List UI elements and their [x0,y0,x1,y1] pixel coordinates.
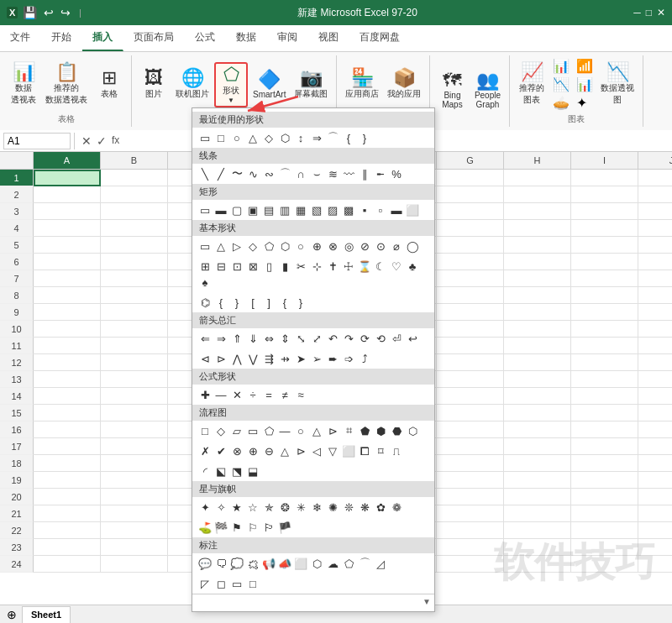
bar-chart-button[interactable]: 📶 [574,57,596,75]
cell[interactable] [571,388,638,405]
shape-icon-line-10[interactable]: 〰 [341,166,356,181]
pivot-chart-button[interactable]: 📉 数据透视图 [597,61,638,107]
shape-formula-6[interactable]: ≠ [277,387,292,402]
shape-flow-6[interactable]: — [277,423,292,438]
shape-arrow-27[interactable]: ➤ [293,351,308,366]
shape-star-25[interactable]: 🏳 [261,520,276,535]
shape-basic-5[interactable]: ⬠ [261,238,276,254]
shape-flow-41[interactable]: ◜ [197,463,213,479]
cell[interactable] [638,489,672,505]
shape-star-7[interactable]: ✳ [293,500,308,515]
shape-flow-9[interactable]: ⊳ [325,423,340,438]
cell[interactable] [504,539,571,556]
shape-arrow-31[interactable]: ⤴ [357,351,372,366]
cell[interactable] [504,556,571,573]
shape-arrow-13[interactable]: ⏎ [389,331,404,346]
shape-basic-25[interactable]: ▯ [261,259,276,274]
shape-basic-10[interactable]: ◎ [341,238,356,254]
cell[interactable] [571,354,638,371]
cell[interactable] [504,220,571,237]
cell[interactable] [437,254,504,270]
shape-flow-33[interactable]: ⎍ [389,443,404,458]
shape-flow-3[interactable]: ▱ [229,423,244,438]
shape-basic-29[interactable]: ✝ [325,259,340,274]
cell[interactable] [437,556,504,573]
shape-basic-46[interactable]: { [277,295,292,310]
cell[interactable] [437,304,504,321]
cell-reference-box[interactable] [3,133,71,149]
shape-basic-14[interactable]: ◯ [405,238,420,254]
shape-icon-line-13[interactable]: % [389,166,404,181]
cell[interactable] [504,438,571,455]
shape-star-6[interactable]: ❂ [277,500,292,515]
cell[interactable] [571,522,638,539]
cell[interactable] [101,287,168,304]
recommended-pivot-button[interactable]: 📋 推荐的数据透视表 [42,61,91,107]
shape-star-8[interactable]: ❄ [309,500,324,515]
tab-baidu[interactable]: 百度网盘 [349,25,411,51]
shape-basic-22[interactable]: ⊟ [213,259,228,274]
shape-flow-42[interactable]: ⬕ [213,463,228,479]
cell[interactable] [34,186,101,203]
shape-formula-2[interactable]: — [213,387,228,402]
shape-basic-43[interactable]: } [229,295,244,310]
shape-star-4[interactable]: ☆ [245,500,260,515]
row-header-6[interactable]: 6 [0,254,34,270]
screenshot-button[interactable]: 📷 屏幕截图 [291,67,331,102]
shape-star-24[interactable]: ⚐ [245,520,260,535]
shape-flow-5[interactable]: ⬠ [261,423,276,438]
cell[interactable] [34,304,101,321]
cell[interactable] [101,388,168,405]
shape-flow-4[interactable]: ▭ [245,423,260,438]
cell[interactable] [101,438,168,455]
cell[interactable] [638,371,672,388]
shape-callout-5[interactable]: 📢 [261,556,276,571]
shape-flow-7[interactable]: ○ [293,423,308,438]
shape-basic-32[interactable]: ☾ [373,259,388,274]
row-header-16[interactable]: 16 [0,421,34,438]
shape-arrow-14[interactable]: ↩ [405,331,420,346]
shape-flow-12[interactable]: ⬢ [373,423,388,438]
cell[interactable] [437,203,504,220]
cell[interactable] [437,321,504,338]
cell[interactable] [101,522,168,539]
shape-icon-rect-8[interactable]: ▧ [309,202,324,217]
cell[interactable] [571,405,638,421]
pivot-table-button[interactable]: 📊 数据透视表 [7,61,40,107]
cell[interactable] [437,338,504,354]
cell[interactable] [638,556,672,573]
close-button[interactable]: ✕ [657,7,665,18]
cell[interactable] [638,270,672,287]
shape-callout-21[interactable]: ◸ [197,576,213,591]
shape-star-11[interactable]: ❋ [357,500,372,515]
confirm-formula-icon[interactable]: ✓ [97,134,107,148]
cell[interactable] [638,472,672,489]
cell[interactable] [504,472,571,489]
cell[interactable] [504,505,571,522]
cell[interactable] [504,489,571,505]
cell[interactable] [34,371,101,388]
undo-qat-button[interactable]: ↩ [42,6,55,19]
shape-formula-7[interactable]: ≈ [293,387,308,402]
row-header-21[interactable]: 21 [0,505,34,522]
shape-callout-8[interactable]: ⬡ [309,556,324,571]
cell[interactable] [504,270,571,287]
shape-basic-26[interactable]: ▮ [277,259,292,274]
cell[interactable] [504,338,571,354]
shape-basic-3[interactable]: ▷ [229,238,244,254]
shape-icon-rect-2[interactable]: ▬ [213,202,228,217]
cell[interactable] [437,270,504,287]
shape-star-10[interactable]: ❊ [341,500,356,515]
shape-basic-45[interactable]: ] [261,295,276,310]
cell[interactable] [437,186,504,203]
redo-qat-button[interactable]: ↪ [59,6,72,19]
cell[interactable] [638,304,672,321]
cell[interactable] [437,170,504,186]
shape-callout-6[interactable]: 📣 [277,556,292,571]
shape-callout-7[interactable]: ⬜ [293,556,308,571]
cell[interactable] [437,388,504,405]
shape-basic-34[interactable]: ♣ [405,259,420,274]
shape-arrow-2[interactable]: ⇒ [213,331,228,346]
cell[interactable] [437,489,504,505]
smartart-button[interactable]: 🔷 SmartArt [249,69,289,101]
